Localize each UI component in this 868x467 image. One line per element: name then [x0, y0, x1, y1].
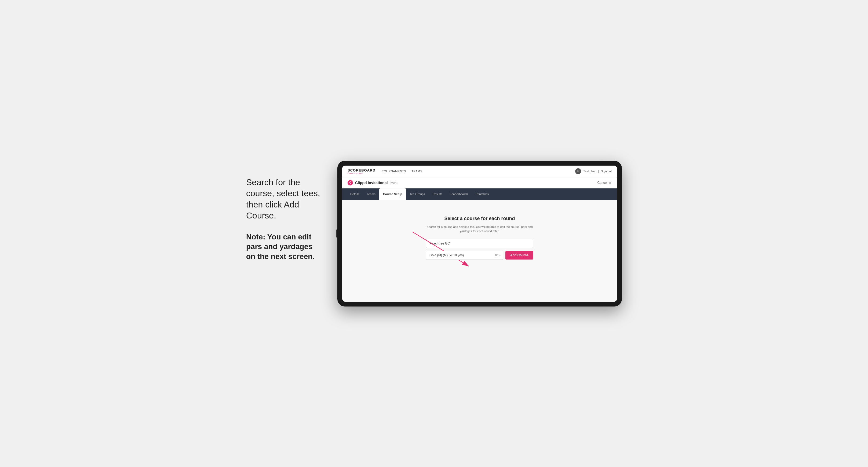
clear-tee-button[interactable]: ✕ — [495, 253, 497, 257]
tab-leaderboards[interactable]: Leaderboards — [446, 188, 472, 200]
tab-details[interactable]: Details — [346, 188, 363, 200]
user-avatar: U — [575, 168, 581, 174]
nav-separator: | — [598, 169, 599, 173]
nav-teams[interactable]: TEAMS — [411, 169, 422, 173]
tab-bar: Details Teams Course Setup Tee Groups Re… — [342, 188, 617, 200]
tablet-screen: SCOREBOARD Powered by clippd TOURNAMENTS… — [342, 165, 617, 302]
course-search-input[interactable] — [426, 239, 533, 248]
tab-tee-groups[interactable]: Tee Groups — [406, 188, 429, 200]
cancel-icon: ✕ — [609, 181, 612, 185]
section-title: Select a course for each round — [426, 216, 533, 221]
nav-tournaments[interactable]: TOURNAMENTS — [382, 169, 406, 173]
add-course-button[interactable]: Add Course — [505, 251, 533, 259]
sign-out-link[interactable]: Sign out — [601, 169, 612, 173]
tee-select[interactable]: Gold (M) (M) (7010 yds) — [426, 251, 503, 260]
page-wrapper: Search for the course, select tees, then… — [246, 161, 622, 307]
tablet-side-button — [336, 229, 337, 238]
instruction-text: Search for the course, select tees, then… — [246, 177, 321, 221]
nav-right: U Test User | Sign out — [575, 168, 612, 174]
logo-sub: Powered by clippd — [348, 172, 375, 174]
tournament-header: C Clippd Invitational (Men) Cancel ✕ — [342, 178, 617, 188]
user-name: Test User — [583, 169, 596, 173]
course-section: Select a course for each round Search fo… — [426, 216, 533, 260]
tournament-title: C Clippd Invitational (Men) — [348, 180, 398, 185]
cancel-button[interactable]: Cancel ✕ — [597, 181, 612, 185]
tab-printables[interactable]: Printables — [472, 188, 493, 200]
nav-links: TOURNAMENTS TEAMS — [382, 169, 575, 173]
tee-select-row: Gold (M) (M) (7010 yds) ✕ Add Course — [426, 251, 533, 260]
tournament-badge: (Men) — [390, 181, 398, 184]
tablet-frame: SCOREBOARD Powered by clippd TOURNAMENTS… — [337, 161, 622, 307]
tee-select-wrapper: Gold (M) (M) (7010 yds) ✕ — [426, 251, 503, 260]
top-nav: SCOREBOARD Powered by clippd TOURNAMENTS… — [342, 165, 617, 178]
tab-course-setup[interactable]: Course Setup — [379, 188, 406, 200]
tab-results[interactable]: Results — [429, 188, 446, 200]
sidebar-text: Search for the course, select tees, then… — [246, 161, 321, 262]
logo-area: SCOREBOARD Powered by clippd — [348, 168, 375, 174]
tournament-name: Clippd Invitational — [355, 181, 388, 185]
main-content: Select a course for each round Search fo… — [342, 200, 617, 302]
note-text: Note: You can edit pars and yardages on … — [246, 232, 321, 261]
cancel-label: Cancel — [597, 181, 608, 185]
section-desc: Search for a course and select a tee. Yo… — [426, 225, 533, 234]
logo-text: SCOREBOARD — [348, 168, 375, 172]
tab-teams[interactable]: Teams — [363, 188, 379, 200]
clippd-icon: C — [348, 180, 353, 185]
